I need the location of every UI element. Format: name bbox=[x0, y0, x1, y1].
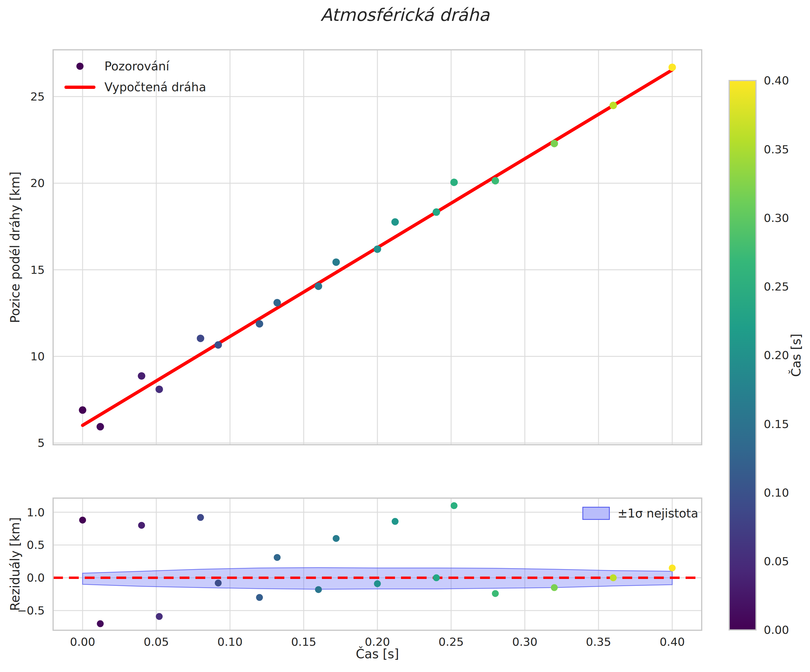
main-y-tick-label: 25 bbox=[30, 90, 45, 103]
residual-point bbox=[332, 535, 339, 542]
x-tick-label: 0.40 bbox=[660, 635, 685, 648]
scatter-point bbox=[79, 406, 86, 414]
main-y-tick-label: 5 bbox=[37, 436, 45, 450]
scatter-point bbox=[433, 209, 440, 216]
scatter-point bbox=[332, 258, 340, 266]
main-plot: 510152025 bbox=[30, 50, 702, 450]
scatter-point bbox=[273, 299, 281, 307]
residual-point bbox=[138, 522, 145, 529]
legend-item-observations: Pozorování bbox=[63, 58, 206, 74]
colorbar: 0.000.050.100.150.200.250.300.350.40 bbox=[729, 74, 789, 637]
figure: { "chart_data": { "type": "scatter", "ti… bbox=[0, 0, 810, 672]
uncertainty-band-swatch-icon bbox=[582, 507, 610, 520]
main-y-axis-label: Pozice podél dráhy [km] bbox=[8, 172, 22, 323]
residual-point bbox=[79, 517, 86, 524]
colorbar-tick-label: 0.00 bbox=[764, 623, 789, 637]
colorbar-tick-label: 0.15 bbox=[764, 418, 789, 431]
legend-label-observations: Pozorování bbox=[105, 59, 169, 73]
main-legend: Pozorování Vypočtená dráha bbox=[63, 58, 206, 96]
colorbar-tick-label: 0.05 bbox=[764, 555, 789, 568]
x-tick-label: 0.30 bbox=[512, 635, 538, 648]
residual-point bbox=[274, 554, 281, 561]
residual-point bbox=[197, 514, 204, 521]
scatter-point bbox=[450, 179, 458, 186]
scatter-point bbox=[315, 283, 322, 290]
scatter-point bbox=[609, 102, 617, 109]
scatter-point bbox=[668, 64, 676, 71]
legend-label-uncertainty: ±1σ nejistota bbox=[618, 507, 698, 520]
x-tick-label: 0.15 bbox=[291, 635, 317, 648]
residual-y-tick-label: 0.0 bbox=[27, 571, 45, 584]
x-tick-label: 0.00 bbox=[70, 635, 96, 648]
residual-y-axis-label: Reziduály [km] bbox=[8, 517, 22, 611]
fit-line-sample-icon bbox=[64, 86, 96, 89]
x-tick-label: 0.35 bbox=[586, 635, 611, 648]
residual-point bbox=[451, 502, 457, 509]
scatter-point bbox=[214, 341, 222, 349]
residual-point bbox=[669, 564, 676, 571]
x-tick-label: 0.25 bbox=[439, 635, 464, 648]
scatter-point bbox=[374, 246, 381, 253]
x-tick-label: 0.05 bbox=[144, 635, 169, 648]
colorbar-tick-label: 0.10 bbox=[764, 486, 789, 499]
residual-y-tick-label: 0.5 bbox=[27, 538, 45, 551]
residual-point bbox=[315, 586, 322, 593]
residual-point bbox=[392, 518, 398, 525]
main-y-tick-label: 15 bbox=[30, 263, 45, 276]
legend-item-fit-line: Vypočtená dráha bbox=[63, 79, 206, 96]
residual-point bbox=[97, 620, 104, 627]
residual-point bbox=[374, 580, 381, 587]
colorbar-gradient bbox=[729, 81, 756, 630]
residual-point bbox=[551, 584, 558, 591]
residual-legend: ±1σ nejistota bbox=[582, 507, 698, 520]
scatter-point bbox=[155, 386, 163, 393]
scatter-point bbox=[138, 372, 145, 380]
x-tick-label: 0.10 bbox=[218, 635, 243, 648]
colorbar-tick-label: 0.20 bbox=[764, 349, 789, 362]
residual-point bbox=[256, 594, 263, 601]
x-axis-label: Čas [s] bbox=[356, 647, 399, 661]
residual-plot: 1.00.50.0−0.50.000.050.100.150.200.250.3… bbox=[17, 498, 702, 648]
main-y-tick-label: 20 bbox=[30, 177, 45, 190]
residual-point bbox=[433, 574, 440, 581]
observation-marker-icon bbox=[76, 62, 84, 70]
colorbar-tick-label: 0.40 bbox=[764, 74, 789, 87]
colorbar-label: Čas [s] bbox=[789, 334, 803, 377]
colorbar-tick-label: 0.30 bbox=[764, 212, 789, 225]
scatter-point bbox=[256, 320, 263, 327]
scatter-point bbox=[492, 177, 499, 185]
residual-point bbox=[492, 590, 499, 597]
residual-point bbox=[156, 613, 163, 620]
colorbar-tick-label: 0.25 bbox=[764, 280, 789, 293]
residual-point bbox=[610, 574, 617, 581]
colorbar-tick-label: 0.35 bbox=[764, 143, 789, 156]
main-y-tick-label: 10 bbox=[30, 350, 45, 363]
scatter-point bbox=[97, 423, 104, 430]
residual-y-tick-label: 1.0 bbox=[27, 506, 45, 519]
residual-point bbox=[215, 579, 222, 586]
chart-canvas: 5101520251.00.50.0−0.50.000.050.100.150.… bbox=[0, 0, 810, 672]
scatter-point bbox=[197, 335, 204, 342]
legend-label-fit-line: Vypočtená dráha bbox=[105, 80, 206, 94]
scatter-point bbox=[392, 218, 399, 226]
chart-title: Atmosférická dráha bbox=[0, 5, 810, 25]
scatter-point bbox=[550, 140, 558, 147]
